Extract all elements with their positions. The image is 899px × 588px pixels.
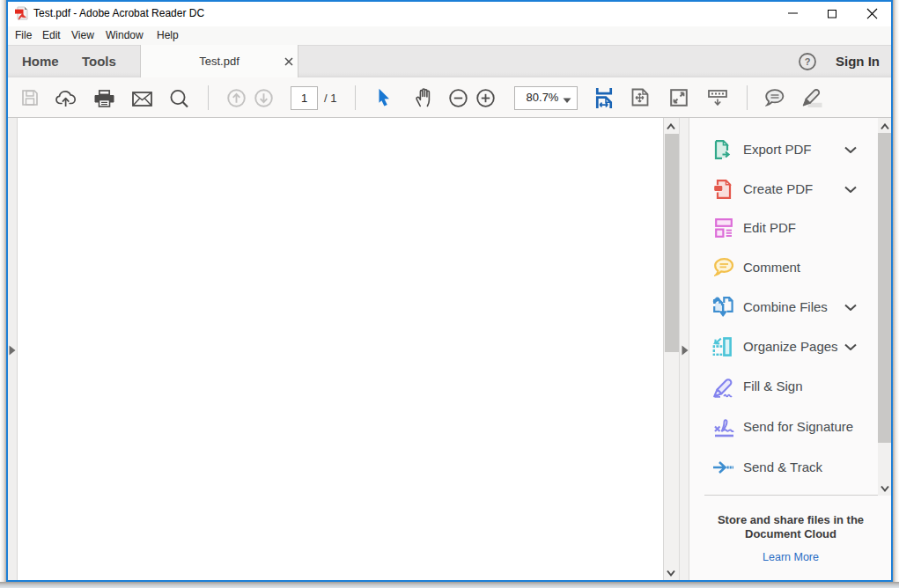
svg-text:?: ?	[805, 56, 811, 67]
